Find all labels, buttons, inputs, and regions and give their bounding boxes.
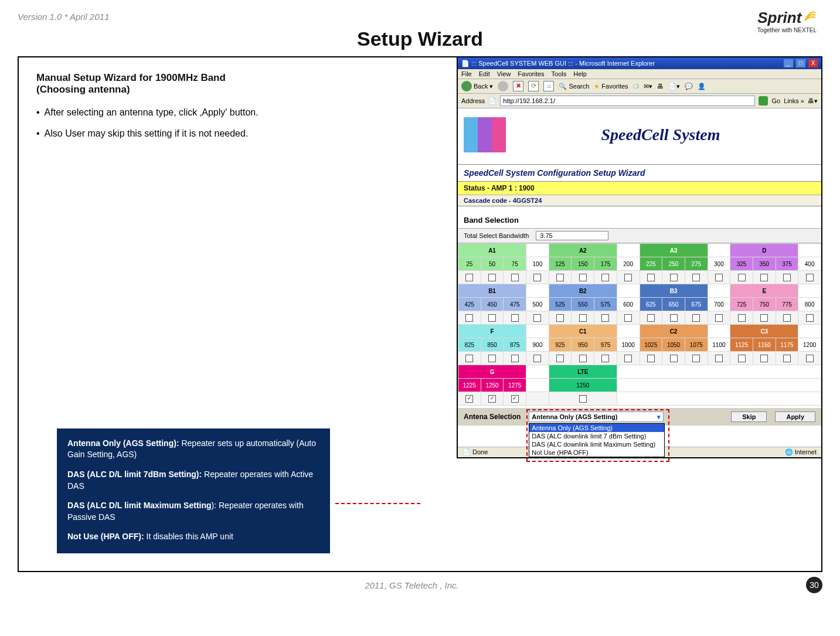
- wizard-header: SpeedCell System Configuration Setup Wiz…: [458, 164, 821, 182]
- band-A3: A3: [640, 244, 708, 257]
- maximize-icon[interactable]: □: [796, 59, 805, 67]
- menu-tools[interactable]: Tools: [552, 70, 567, 77]
- band-grid: A1 A2 A3 D 255075100 125150175200 225250…: [458, 243, 821, 406]
- antenna-label: Antena Selection: [464, 413, 521, 421]
- forward-icon[interactable]: [498, 81, 508, 91]
- copyright-text: 2011, GS Teletech , Inc.: [365, 580, 458, 590]
- menu-edit[interactable]: Edit: [479, 70, 490, 77]
- antenna-selection-row: Antena Selection Antenna Only (AGS Setti…: [458, 408, 821, 426]
- page-number-badge: 30: [806, 577, 822, 593]
- back-button[interactable]: Back ▾: [461, 81, 493, 91]
- messenger-icon[interactable]: 👤: [698, 83, 706, 90]
- band-A1: A1: [458, 244, 526, 257]
- cascade-row: Cascade code - 4GGST24: [458, 195, 821, 206]
- band-selection-header: Band Selection: [458, 212, 821, 229]
- search-icon: 🔍: [559, 83, 567, 90]
- sprint-fan-icon: [804, 9, 817, 22]
- discuss-icon[interactable]: 💬: [685, 83, 693, 90]
- page-title: Setup Wizard: [18, 28, 822, 50]
- go-icon[interactable]: [759, 96, 768, 106]
- star-icon: ★: [594, 83, 600, 90]
- home-icon[interactable]: ⌂: [543, 81, 554, 91]
- media-icon[interactable]: ❍: [633, 83, 639, 90]
- antenna-option-4[interactable]: Not Use (HPA OFF): [529, 448, 664, 457]
- extra-icon[interactable]: 🖶▾: [808, 97, 818, 105]
- speedcell-title: SpeedCell System: [506, 125, 815, 144]
- menu-view[interactable]: View: [497, 70, 511, 77]
- antenna-option-1[interactable]: Antenna Only (AGS Setting): [529, 424, 664, 432]
- menu-help[interactable]: Help: [573, 70, 587, 77]
- total-bandwidth-row: Total Select Bandwidth 3.75: [458, 229, 821, 243]
- menu-file[interactable]: File: [461, 70, 472, 77]
- go-label: Go: [771, 97, 780, 104]
- address-page-icon: 📄: [488, 97, 496, 105]
- address-input[interactable]: http://192.168.2.1/: [500, 96, 755, 106]
- sprint-logo: Sprint Together with NEXTEL: [757, 9, 817, 33]
- band-A2: A2: [549, 244, 617, 257]
- total-bw-input[interactable]: 3.75: [536, 231, 608, 240]
- ie-page-icon: 📄: [461, 60, 470, 67]
- back-icon: [461, 81, 472, 91]
- logo-subtext: Together with NEXTEL: [757, 27, 817, 33]
- minimize-icon[interactable]: _: [784, 59, 793, 67]
- antenna-option-2[interactable]: DAS (ALC downlink limit 7 dBm Setting): [529, 432, 664, 440]
- antenna-info-box: Antenna Only (AGS Setting): Repeater set…: [57, 428, 330, 553]
- callout-line: [335, 503, 420, 504]
- skip-button[interactable]: Skip: [731, 411, 767, 422]
- ie-titlebar: 📄 ::: SpeedCell SYSTEM WEB GUI ::: - Mic…: [458, 57, 821, 69]
- links-label[interactable]: Links »: [784, 97, 804, 104]
- apply-button[interactable]: Apply: [775, 411, 815, 422]
- menu-favorites[interactable]: Favorites: [518, 70, 544, 77]
- close-icon[interactable]: X: [808, 59, 818, 67]
- search-button[interactable]: 🔍Search: [559, 83, 589, 90]
- mail-icon[interactable]: ✉▾: [644, 83, 652, 90]
- checkbox[interactable]: [465, 274, 473, 281]
- page-footer: 2011, GS Teletech , Inc. 30: [18, 577, 822, 593]
- ie-addressbar: Address 📄 http://192.168.2.1/ Go Links »…: [458, 94, 821, 108]
- stop-icon[interactable]: ✖: [513, 81, 523, 91]
- browser-screenshot: 📄 ::: SpeedCell SYSTEM WEB GUI ::: - Mic…: [457, 56, 822, 458]
- color-tabs: [464, 117, 506, 152]
- band-D: D: [730, 244, 798, 257]
- ie-menubar: File Edit View Favorites Tools Help: [458, 69, 821, 79]
- status-row: Status - AMP 1 : 1900: [458, 182, 821, 195]
- main-frame: Manual Setup Wizard for 1900MHz Band (Ch…: [18, 56, 822, 572]
- address-label: Address: [461, 97, 485, 104]
- ie-toolbar: Back ▾ ✖ ⟳ ⌂ 🔍Search ★Favorites ❍ ✉▾ 🖶 📄…: [458, 79, 821, 94]
- logo-main-text: Sprint: [757, 9, 801, 26]
- antenna-select[interactable]: Antenna Only (AGS Setting)▾: [529, 411, 664, 422]
- favorites-button[interactable]: ★Favorites: [594, 83, 628, 90]
- antenna-option-3[interactable]: DAS (ALC downlink limit Maximum Setting): [529, 440, 664, 448]
- version-text: Version 1.0 * April 2011: [18, 12, 822, 22]
- print-icon[interactable]: 🖶: [657, 83, 664, 90]
- page-content: SpeedCell System SpeedCell System Config…: [458, 108, 821, 457]
- total-bw-label: Total Select Bandwidth: [464, 232, 529, 239]
- refresh-icon[interactable]: ⟳: [528, 81, 539, 91]
- edit-icon[interactable]: 📄▾: [668, 83, 680, 90]
- antenna-dropdown: Antenna Only (AGS Setting) DAS (ALC down…: [529, 423, 665, 457]
